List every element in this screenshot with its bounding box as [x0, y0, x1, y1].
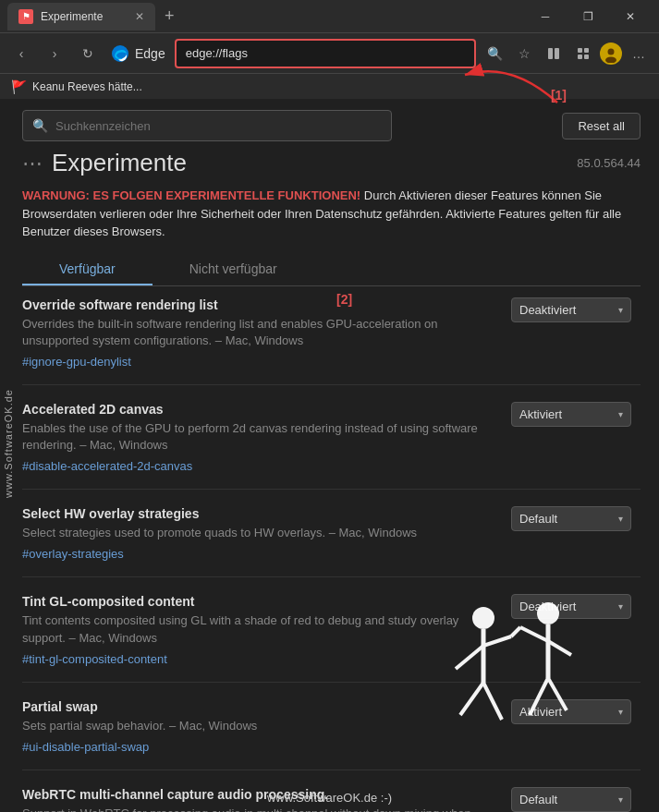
reset-all-button[interactable]: Reset all — [562, 113, 641, 139]
feature-info: WebRTC multi-channel capture audio proce… — [22, 787, 500, 812]
svg-rect-6 — [584, 55, 589, 59]
feature-link[interactable]: #tint-gl-composited-content — [22, 652, 167, 666]
feature-link[interactable]: #disable-accelerated-2d-canvas — [22, 459, 192, 473]
feature-info: Tint GL-composited content Tint contents… — [22, 594, 500, 666]
svg-point-8 — [608, 48, 615, 55]
feature-desc: Overrides the built-in software renderin… — [22, 316, 500, 349]
tabs-row: Verfügbar Nicht verfügbar — [22, 254, 641, 286]
feature-select[interactable]: Default ▾ — [511, 506, 631, 531]
more-button[interactable]: … — [626, 41, 652, 67]
feature-item: Accelerated 2D canvas Enables the use of… — [22, 402, 641, 490]
svg-rect-1 — [548, 48, 553, 59]
feature-desc: Select strategies used to promote quads … — [22, 525, 500, 541]
feature-control: Aktiviert ▾ — [511, 402, 641, 427]
feature-item: Select HW overlay strategies Select stra… — [22, 506, 641, 577]
forward-button[interactable]: › — [41, 40, 68, 67]
search-row: 🔍 Reset all — [22, 99, 641, 149]
feature-title: WebRTC multi-channel capture audio proce… — [22, 787, 500, 802]
feature-desc: Sets partial swap behavior. – Mac, Windo… — [22, 718, 500, 734]
bookmark-label[interactable]: Keanu Reeves hätte... — [32, 80, 142, 93]
feature-status: Deaktiviert — [519, 600, 576, 613]
feature-select[interactable]: Deaktiviert ▾ — [511, 594, 631, 619]
edge-label: Edge — [135, 46, 165, 61]
feature-select[interactable]: Aktiviert ▾ — [511, 699, 631, 724]
feature-control: Deaktiviert ▾ — [511, 297, 641, 322]
feature-info: Accelerated 2D canvas Enables the use of… — [22, 402, 500, 474]
chevron-down-icon: ▾ — [618, 601, 623, 612]
watermark-left: www.SoftwareOK.de — [0, 74, 17, 812]
feature-control: Deaktiviert ▾ — [511, 594, 641, 619]
collections-icon[interactable] — [541, 41, 567, 67]
version-text: 85.0.564.44 — [577, 156, 641, 170]
feature-item: Tint GL-composited content Tint contents… — [22, 594, 641, 682]
tab-close-button[interactable]: ✕ — [135, 10, 144, 23]
zoom-icon[interactable]: 🔍 — [482, 41, 507, 67]
back-button[interactable]: ‹ — [7, 40, 35, 67]
svg-rect-5 — [578, 55, 582, 59]
restore-button[interactable]: ❐ — [567, 0, 609, 32]
feature-item: Override software rendering list Overrid… — [22, 297, 641, 385]
feature-select[interactable]: Deaktiviert ▾ — [511, 297, 631, 322]
tab-unavailable[interactable]: Nicht verfügbar — [153, 254, 314, 285]
feature-title: Accelerated 2D canvas — [22, 402, 500, 417]
back-icon: ‹ — [19, 46, 24, 61]
search-box[interactable]: 🔍 — [22, 110, 392, 141]
svg-rect-3 — [578, 48, 582, 53]
search-icon: 🔍 — [32, 118, 48, 133]
address-text: edge://flags — [186, 46, 248, 60]
feature-control: Aktiviert ▾ — [511, 699, 641, 724]
nav-icons: 🔍 ☆ … — [482, 41, 652, 67]
feature-info: Override software rendering list Overrid… — [22, 297, 500, 370]
feature-info: Select HW overlay strategies Select stra… — [22, 506, 500, 562]
title-bar: ⚑ Experimente ✕ + ─ ❐ ✕ — [0, 0, 659, 32]
search-input[interactable] — [55, 119, 382, 133]
tab-favicon: ⚑ — [18, 9, 33, 24]
svg-rect-4 — [584, 48, 589, 53]
new-tab-button[interactable]: + — [161, 6, 178, 26]
warning-box: WARNUNG: ES FOLGEN EXPERIMENTELLE FUNKTI… — [22, 187, 641, 241]
refresh-button[interactable]: ↻ — [74, 40, 102, 67]
feature-desc: Support in WebRTC for processing audio i… — [22, 806, 500, 812]
feature-desc: Enables the use of the GPU to perform 2d… — [22, 420, 500, 454]
active-tab[interactable]: ⚑ Experimente ✕ — [7, 3, 155, 30]
navigation-bar: ‹ › ↻ Edge edge://flags 🔍 ☆ — [0, 32, 659, 73]
feature-select[interactable]: Default ▾ — [511, 787, 631, 812]
feature-select[interactable]: Aktiviert ▾ — [511, 402, 631, 427]
close-button[interactable]: ✕ — [609, 0, 652, 32]
page-title-text: Experimente — [52, 149, 187, 177]
favorites-icon[interactable]: ☆ — [511, 41, 537, 67]
tab-title: Experimente — [41, 10, 103, 23]
feature-title: Partial swap — [22, 699, 500, 714]
feature-link[interactable]: #ui-disable-partial-swap — [22, 740, 149, 754]
profile-icon[interactable] — [600, 42, 622, 65]
edge-logo-icon — [111, 44, 129, 63]
tab-available[interactable]: Verfügbar — [22, 254, 153, 285]
refresh-icon: ↻ — [82, 46, 93, 61]
feature-status: Aktiviert — [519, 705, 562, 719]
feature-status: Default — [519, 793, 557, 806]
tab-area: ⚑ Experimente ✕ + — [7, 3, 519, 30]
feature-link[interactable]: #overlay-strategies — [22, 547, 124, 561]
minimize-button[interactable]: ─ — [524, 0, 567, 32]
forward-icon: › — [53, 46, 57, 61]
feature-title: Select HW overlay strategies — [22, 506, 500, 521]
svg-rect-2 — [555, 48, 559, 59]
browser-essentials-icon[interactable] — [570, 41, 596, 67]
feature-title: Override software rendering list — [22, 297, 500, 312]
features-list: Override software rendering list Overrid… — [22, 297, 641, 813]
address-bar[interactable]: edge://flags — [175, 39, 476, 68]
feature-desc: Tint contents composited using GL with a… — [22, 612, 500, 646]
chevron-down-icon: ▾ — [618, 794, 623, 805]
feature-status: Deaktiviert — [519, 303, 576, 317]
feature-link[interactable]: #ignore-gpu-denylist — [22, 355, 131, 369]
chevron-down-icon: ▾ — [618, 305, 623, 315]
feature-status: Aktiviert — [519, 407, 562, 421]
chevron-down-icon: ▾ — [618, 409, 623, 419]
chevron-down-icon: ▾ — [618, 707, 623, 717]
page-title: ⋯ Experimente — [22, 149, 187, 177]
feature-status: Default — [519, 512, 557, 526]
feature-title: Tint GL-composited content — [22, 594, 500, 609]
feature-item: WebRTC multi-channel capture audio proce… — [22, 787, 641, 812]
feature-item: Partial swap Sets partial swap behavior.… — [22, 699, 641, 770]
page-title-icon: ⋯ — [22, 151, 43, 176]
